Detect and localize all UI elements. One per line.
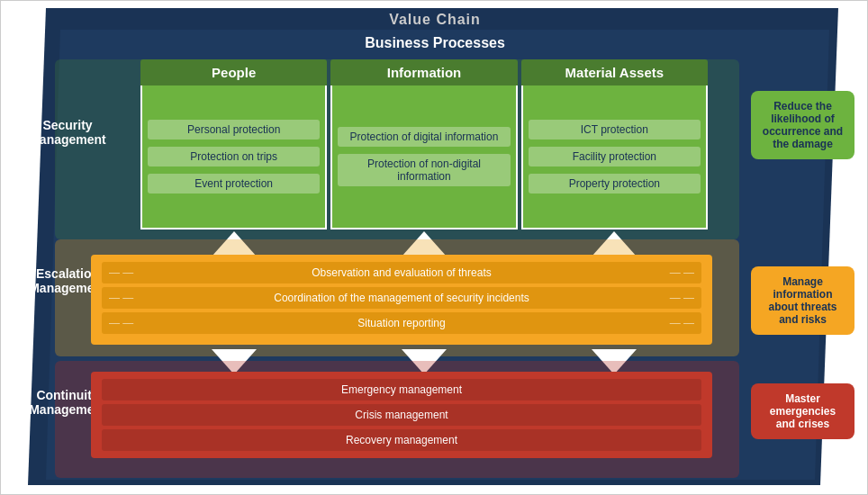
material-assets-body: ICT protection Facility protection Prope…: [521, 86, 708, 230]
information-column: Information Protection of digital inform…: [330, 59, 517, 230]
material-item-1: ICT protection: [529, 120, 701, 140]
information-header: Information: [330, 59, 517, 86]
value-chain-title: Value Chain: [1, 12, 868, 28]
people-column: People Personal protection Protection on…: [140, 59, 327, 230]
right-box-yellow: Manage information about threats and ris…: [751, 266, 854, 335]
continuity-row-3: Recovery management: [102, 429, 701, 451]
information-item-2: Protection of non-digital information: [338, 154, 510, 186]
information-body: Protection of digital information Protec…: [330, 86, 517, 230]
diagram-wrapper: Value Chain Business Processes Security …: [0, 0, 868, 495]
continuity-section: Emergency management Crisis management R…: [91, 372, 712, 458]
security-management-label: Security Management: [14, 118, 122, 147]
material-assets-header: Material Assets: [521, 59, 708, 86]
people-header: People: [140, 59, 327, 86]
right-box-green: Reduce the likelihood of occurrence and …: [751, 91, 854, 159]
material-item-2: Facility protection: [529, 147, 701, 166]
escalation-section: Observation and evaluation of threats Co…: [91, 255, 712, 345]
material-assets-column: Material Assets ICT protection Facility …: [521, 59, 708, 230]
escalation-row-2: Coordination of the management of securi…: [102, 287, 701, 309]
right-box-red: Master emergencies and crises: [751, 383, 854, 439]
business-processes-title: Business Processes: [1, 35, 868, 51]
people-item-3: Event protection: [148, 174, 320, 194]
material-item-3: Property protection: [529, 174, 701, 194]
escalation-row-3: Situation reporting: [102, 312, 701, 334]
continuity-row-2: Crisis management: [102, 404, 701, 426]
escalation-row-1: Observation and evaluation of threats: [102, 262, 701, 284]
people-body: Personal protection Protection on trips …: [140, 86, 327, 230]
continuity-row-1: Emergency management: [102, 379, 701, 400]
columns-container: People Personal protection Protection on…: [140, 59, 708, 230]
people-item-1: Personal protection: [148, 120, 320, 140]
people-item-2: Protection on trips: [148, 147, 320, 166]
information-item-1: Protection of digital information: [338, 127, 510, 147]
